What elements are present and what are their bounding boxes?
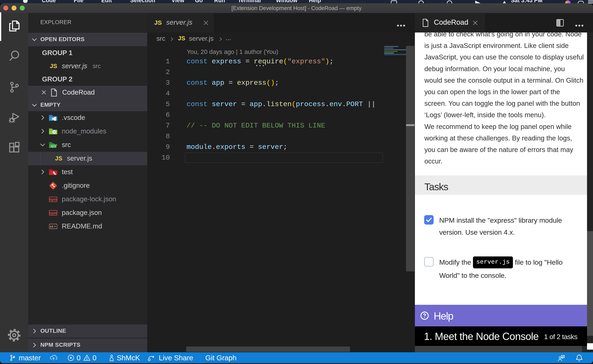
svg-text:npm: npm	[49, 197, 57, 202]
svg-text:JS: JS	[53, 130, 56, 133]
svg-text:npm: npm	[49, 211, 57, 215]
